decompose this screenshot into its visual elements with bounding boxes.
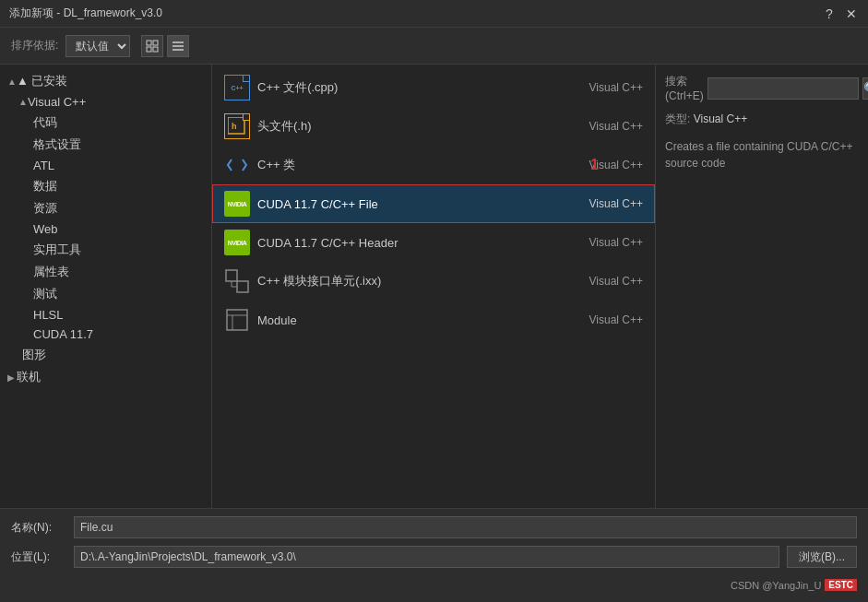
watermark-prefix: CSDN @YangJin_U: [731, 580, 821, 591]
name-row: 名称(N):: [11, 516, 857, 538]
svg-rect-2: [147, 47, 151, 52]
module-icon: [224, 307, 250, 333]
sidebar-item-atl[interactable]: ATL: [0, 156, 211, 175]
file-row-cuda-header[interactable]: NVIDIA CUDA 11.7 C/C++ Header Visual C++: [212, 223, 655, 262]
search-label: 搜索(Ctrl+E): [665, 74, 704, 102]
content-area: ▲ ▲ 已安装 ▲ Visual C++ 代码 格式设置 ATL 数据 资源 W…: [0, 65, 868, 508]
file-tag-cpp: Visual C++: [589, 81, 643, 94]
installed-arrow: ▲: [7, 77, 17, 87]
title-bar-text: 添加新项 - DL_framework_v3.0: [9, 6, 822, 21]
right-panel: 搜索(Ctrl+E) 🔍 类型: Visual C++ Creates a fi…: [656, 65, 868, 508]
top-toolbar: 排序依据: 默认值: [0, 28, 868, 65]
sidebar-item-property[interactable]: 属性表: [0, 261, 211, 283]
h-file-icon: h: [224, 113, 250, 139]
type-label: 类型: Visual C++: [665, 112, 859, 127]
file-row-cpp[interactable]: C++ C++ 文件(.cpp) Visual C++: [212, 68, 655, 107]
file-name-cuda-header: CUDA 11.7 C/C++ Header: [257, 236, 580, 250]
sort-label: 排序依据:: [11, 38, 58, 53]
middle-panel: C++ C++ 文件(.cpp) Visual C++ h 头文件(.h): [212, 65, 656, 508]
bottom-bar: 名称(N): 位置(L): 浏览(B)... 2 CSDN @YangJin_U…: [0, 508, 868, 602]
watermark-area: CSDN @YangJin_U ESTC: [11, 575, 857, 595]
type-value: Visual C++: [694, 112, 747, 125]
browse-button[interactable]: 浏览(B)...: [787, 546, 857, 568]
watermark-highlight: ESTC: [825, 579, 857, 591]
file-name-ixx: C++ 模块接口单元(.ixx): [257, 273, 580, 289]
svg-rect-3: [153, 47, 158, 52]
installed-label: ▲ 已安装: [17, 73, 67, 89]
visual-cpp-label: Visual C++: [28, 95, 86, 109]
badge-1: 1: [590, 157, 599, 173]
svg-rect-10: [237, 281, 248, 292]
search-row: 搜索(Ctrl+E) 🔍: [665, 74, 859, 102]
search-input[interactable]: [707, 77, 859, 100]
help-button[interactable]: ?: [822, 6, 837, 21]
location-input[interactable]: [74, 546, 779, 568]
file-row-h[interactable]: h 头文件(.h) Visual C++: [212, 107, 655, 146]
main-container: 排序依据: 默认值: [0, 28, 868, 602]
cuda-file-nvidia-icon: NVIDIA: [224, 191, 250, 217]
file-name-cuda: CUDA 11.7 C/C++ File: [257, 197, 580, 211]
title-bar-controls: ? ✕: [822, 6, 859, 21]
list-view-button[interactable]: [167, 35, 189, 57]
name-label: 名称(N):: [11, 520, 66, 536]
visual-cpp-section[interactable]: ▲ Visual C++: [0, 92, 211, 112]
file-row-cuda-file[interactable]: NVIDIA CUDA 11.7 C/C++ File Visual C++: [212, 184, 655, 223]
sidebar-item-hlsl[interactable]: HLSL: [0, 305, 211, 325]
sidebar-item-cuda[interactable]: CUDA 11.7: [0, 325, 211, 344]
file-name-cpp: C++ 文件(.cpp): [257, 79, 580, 96]
remote-label: 联机: [17, 369, 41, 385]
sidebar-item-format[interactable]: 格式设置: [0, 134, 211, 156]
sidebar-item-utility[interactable]: 实用工具: [0, 239, 211, 261]
location-label: 位置(L):: [11, 549, 66, 565]
remote-section[interactable]: ▶ 联机: [0, 366, 211, 388]
file-name-h: 头文件(.h): [257, 118, 580, 135]
grid-view-button[interactable]: [141, 35, 163, 57]
file-row-class[interactable]: C++ 类 1 Visual C++: [212, 146, 655, 184]
close-button[interactable]: ✕: [844, 6, 859, 21]
location-row: 位置(L): 浏览(B)... 2: [11, 546, 857, 568]
visual-cpp-arrow: ▲: [18, 97, 28, 107]
file-tag-cuda-header: Visual C++: [589, 236, 643, 249]
svg-text:h: h: [232, 122, 237, 131]
left-sidebar: ▲ ▲ 已安装 ▲ Visual C++ 代码 格式设置 ATL 数据 资源 W…: [0, 65, 212, 508]
svg-rect-1: [153, 41, 158, 45]
file-tag-h: Visual C++: [589, 120, 643, 133]
file-name-module: Module: [257, 313, 580, 327]
class-icon: [224, 152, 250, 178]
sidebar-item-code[interactable]: 代码: [0, 112, 211, 134]
sidebar-item-graphics[interactable]: 图形: [0, 344, 211, 366]
file-row-module[interactable]: Module Visual C++: [212, 301, 655, 339]
cpp-file-icon: C++: [224, 75, 250, 100]
sidebar-item-test[interactable]: 测试: [0, 283, 211, 305]
svg-rect-9: [226, 270, 237, 281]
sort-dropdown[interactable]: 默认值: [65, 35, 130, 57]
cuda-header-nvidia-icon: NVIDIA: [224, 230, 250, 255]
ixx-icon: [224, 268, 250, 294]
remote-arrow: ▶: [7, 372, 15, 383]
title-bar: 添加新项 - DL_framework_v3.0 ? ✕: [0, 0, 868, 28]
svg-rect-13: [227, 310, 247, 330]
search-button[interactable]: 🔍: [862, 77, 868, 100]
file-tag-module: Visual C++: [589, 313, 643, 326]
file-row-ixx[interactable]: C++ 模块接口单元(.ixx) Visual C++: [212, 262, 655, 301]
description-text: Creates a file containing CUDA C/C++ sou…: [665, 138, 859, 171]
installed-section[interactable]: ▲ ▲ 已安装: [0, 70, 211, 92]
toolbar-icons: [141, 35, 189, 57]
sidebar-item-resource[interactable]: 资源: [0, 197, 211, 219]
file-name-class: C++ 类: [257, 157, 580, 173]
svg-rect-0: [147, 41, 151, 45]
name-input[interactable]: [74, 516, 857, 538]
file-tag-cuda: Visual C++: [589, 197, 643, 210]
sidebar-item-data[interactable]: 数据: [0, 175, 211, 197]
file-tag-ixx: Visual C++: [589, 275, 643, 288]
sidebar-item-web[interactable]: Web: [0, 219, 211, 239]
